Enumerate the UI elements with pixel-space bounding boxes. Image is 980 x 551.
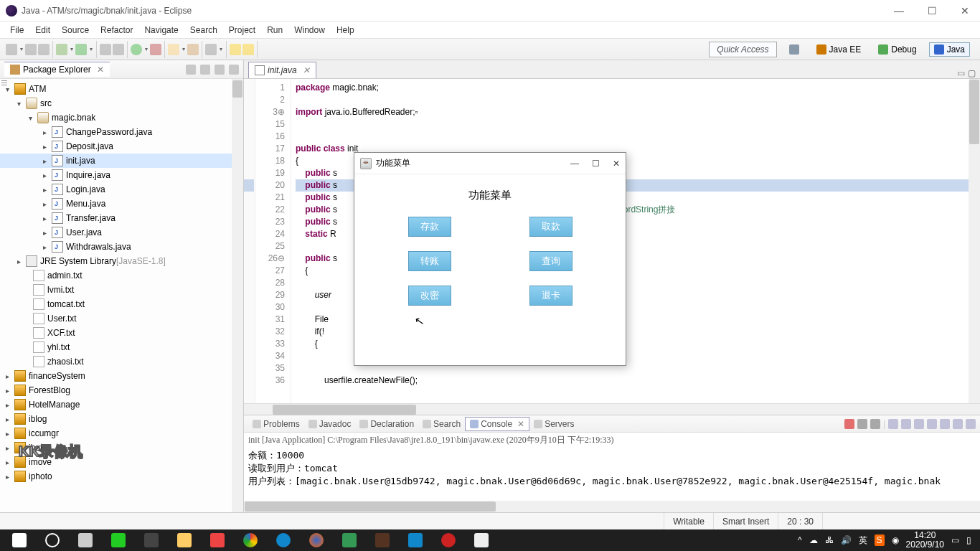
start-button[interactable] [3, 529, 36, 551]
inquire-button[interactable]: 查询 [529, 251, 573, 271]
intellij-icon[interactable] [201, 529, 234, 551]
close-icon[interactable]: ✕ [517, 419, 524, 429]
cortana-button[interactable] [36, 529, 69, 551]
maximize-button[interactable]: ☐ [923, 5, 941, 17]
tree-file[interactable]: ChangePassword.java [66, 127, 152, 137]
package-icon[interactable] [187, 44, 199, 55]
app-icon[interactable] [135, 529, 168, 551]
view-menu-icon[interactable] [215, 65, 225, 75]
tab-servers[interactable]: Servers [529, 418, 578, 430]
chrome-icon[interactable] [234, 529, 267, 551]
tree-project[interactable]: HotelManage [29, 400, 80, 410]
notification-icon[interactable]: ▭ [951, 535, 959, 545]
app-icon[interactable] [432, 529, 465, 551]
tab-javadoc[interactable]: Javadoc [304, 418, 356, 430]
tree-txt[interactable]: User.txt [47, 314, 77, 324]
tray-ime-icon[interactable]: 英 [859, 534, 867, 547]
close-tab-icon[interactable]: ✕ [303, 65, 310, 75]
editor-hscrollbar[interactable] [244, 403, 980, 415]
changepw-button[interactable]: 改密 [408, 286, 451, 306]
app-icon[interactable] [333, 529, 366, 551]
search-icon[interactable] [205, 44, 217, 55]
app-icon[interactable] [366, 529, 399, 551]
tab-problems[interactable]: Problems [248, 418, 304, 430]
dialog-maximize-button[interactable]: ☐ [592, 159, 600, 169]
min-view-icon[interactable] [953, 419, 963, 429]
quick-access-input[interactable]: Quick Access [709, 42, 776, 57]
menu-project[interactable]: Project [223, 23, 261, 37]
tree-scrollbar[interactable] [232, 79, 243, 512]
taskbar-clock[interactable]: 14:202020/9/10 [906, 531, 944, 550]
close-button[interactable]: ✕ [956, 5, 974, 17]
tree-file[interactable]: Inquire.java [66, 170, 110, 180]
withdraw-button[interactable]: 取款 [529, 217, 573, 237]
tree-txt[interactable]: lvmi.txt [47, 285, 74, 295]
tree-project[interactable]: ATM [29, 84, 46, 94]
debug-icon[interactable] [56, 44, 67, 55]
tree-file[interactable]: Withdrawals.java [66, 242, 131, 252]
menu-source[interactable]: Source [56, 23, 95, 37]
teamviewer-icon[interactable] [267, 529, 300, 551]
java-icon[interactable] [465, 529, 498, 551]
perspective-debug[interactable]: Debug [873, 42, 921, 57]
tree-file[interactable]: User.java [66, 227, 102, 237]
open-perspective-button[interactable] [784, 42, 804, 57]
tree-txt[interactable]: zhaosi.txt [47, 357, 84, 367]
tree-file[interactable]: Login.java [66, 184, 105, 194]
run-green-icon[interactable] [131, 44, 142, 55]
tab-search[interactable]: Search [418, 418, 465, 430]
menu-edit[interactable]: Edit [29, 23, 56, 37]
tree-project[interactable]: iccumgr [29, 428, 59, 438]
display-console-button[interactable] [927, 419, 937, 429]
tree-lib[interactable]: JRE System Library [40, 256, 116, 266]
console-output[interactable]: 余额：10000 读取到用户：tomcat 用户列表：[magic.bnak.U… [244, 448, 980, 501]
remove-all-button[interactable] [870, 419, 880, 429]
minimize-view-icon[interactable] [229, 65, 239, 75]
menu-refactor[interactable]: Refactor [95, 23, 138, 37]
tray-onedrive-icon[interactable]: ☁ [809, 535, 818, 545]
perspective-java[interactable]: Java [929, 42, 970, 57]
menu-run[interactable]: Run [261, 23, 288, 37]
editor-vscrollbar[interactable] [969, 79, 980, 403]
tray-security-icon[interactable]: ◉ [892, 535, 899, 545]
terminate-button[interactable] [844, 419, 854, 429]
tray-volume-icon[interactable]: 🔊 [841, 535, 852, 545]
scroll-lock-button[interactable] [901, 419, 911, 429]
tree-file[interactable]: Deposit.java [66, 141, 113, 151]
wps-icon[interactable] [399, 529, 432, 551]
save-icon[interactable] [25, 44, 37, 55]
menu-window[interactable]: Window [288, 23, 331, 37]
open-console-button[interactable] [940, 419, 950, 429]
transfer-button[interactable]: 转账 [408, 251, 451, 271]
minimize-editor-icon[interactable]: ▭ [957, 68, 965, 78]
save-all-icon[interactable] [38, 44, 50, 55]
tree-package[interactable]: magic.bnak [52, 113, 95, 123]
tree-file-selected[interactable]: init.java [66, 156, 95, 166]
deposit-button[interactable]: 存款 [408, 217, 451, 237]
menu-search[interactable]: Search [184, 23, 223, 37]
tray-chevron-icon[interactable]: ^ [798, 535, 802, 545]
tree-txt[interactable]: XCF.txt [47, 328, 75, 338]
nav-back-icon[interactable] [230, 44, 241, 55]
pin-console-button[interactable] [914, 419, 924, 429]
minimize-button[interactable]: — [890, 5, 908, 17]
menu-help[interactable]: Help [331, 23, 360, 37]
maximize-editor-icon[interactable]: ▢ [968, 68, 976, 78]
wechat-icon[interactable] [102, 529, 135, 551]
tree-txt[interactable]: yhl.txt [47, 342, 70, 352]
build-icon[interactable] [100, 44, 111, 55]
clear-console-button[interactable] [888, 419, 898, 429]
tree-project[interactable]: ForestBlog [29, 385, 70, 395]
new-icon[interactable] [6, 44, 17, 55]
tree-txt[interactable]: tomcat.txt [47, 299, 85, 309]
console-hscrollbar[interactable] [244, 501, 980, 512]
dialog-minimize-button[interactable]: — [570, 159, 579, 169]
tree-src[interactable]: src [40, 98, 52, 108]
close-icon[interactable]: ✕ [97, 65, 104, 75]
tray-network-icon[interactable]: 🖧 [825, 535, 834, 545]
tool-icon[interactable] [113, 44, 124, 55]
tab-declaration[interactable]: Declaration [355, 418, 418, 430]
tray-sogou-icon[interactable]: S [875, 534, 885, 546]
link-editor-icon[interactable] [200, 65, 210, 75]
tree-project[interactable]: iblog [29, 414, 47, 424]
